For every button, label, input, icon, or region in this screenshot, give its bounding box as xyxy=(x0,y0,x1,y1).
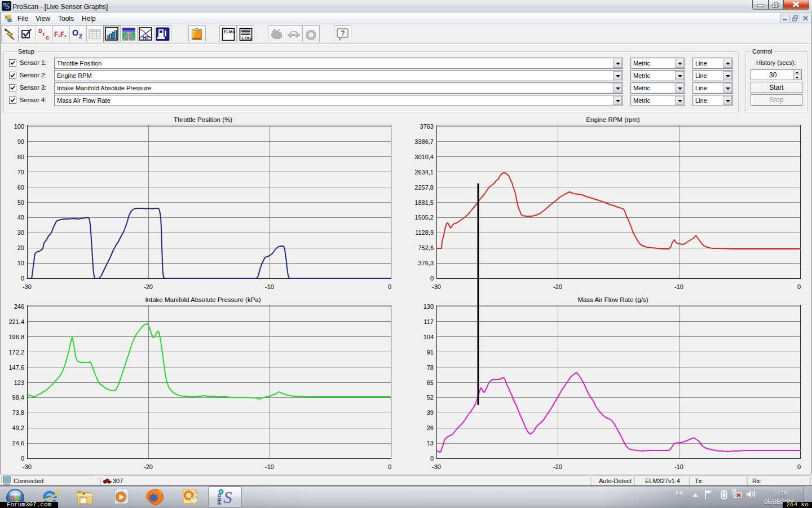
svg-text:Engine RPM (rpm): Engine RPM (rpm) xyxy=(586,116,639,123)
svg-text:50: 50 xyxy=(17,199,24,206)
svg-text:-30: -30 xyxy=(432,463,441,470)
svg-text:PRO: PRO xyxy=(217,493,222,505)
svg-text:98,4: 98,4 xyxy=(12,394,24,401)
svg-text:-20: -20 xyxy=(144,463,153,470)
svg-text:0: 0 xyxy=(797,283,801,290)
svg-text:0: 0 xyxy=(388,463,391,470)
svg-text:20: 20 xyxy=(17,244,24,251)
svg-text:-10: -10 xyxy=(265,463,274,470)
svg-text:3763: 3763 xyxy=(420,123,434,130)
svg-text:73,8: 73,8 xyxy=(12,409,24,416)
svg-text:0: 0 xyxy=(430,455,434,462)
svg-text:-30: -30 xyxy=(23,283,32,290)
svg-text:80: 80 xyxy=(17,154,24,160)
svg-text:13: 13 xyxy=(427,440,434,446)
svg-text:0: 0 xyxy=(430,275,434,282)
svg-text:-30: -30 xyxy=(23,463,32,470)
svg-text:49,2: 49,2 xyxy=(12,424,24,431)
svg-text:130: 130 xyxy=(423,303,434,310)
svg-text:-20: -20 xyxy=(553,283,562,290)
svg-text:376,3: 376,3 xyxy=(418,260,434,266)
svg-text:246: 246 xyxy=(14,303,24,310)
svg-text:123: 123 xyxy=(14,379,24,386)
svg-text:39: 39 xyxy=(427,409,434,416)
svg-text:0: 0 xyxy=(21,275,24,282)
svg-text:1128,9: 1128,9 xyxy=(415,229,434,236)
svg-text:-20: -20 xyxy=(553,463,562,470)
svg-text:100: 100 xyxy=(14,123,24,130)
svg-text:-30: -30 xyxy=(432,283,441,290)
svg-text:65: 65 xyxy=(427,379,434,386)
svg-text:40: 40 xyxy=(17,214,24,221)
svg-text:-10: -10 xyxy=(674,463,683,470)
svg-text:26: 26 xyxy=(427,424,434,431)
svg-text:3386,7: 3386,7 xyxy=(414,138,434,145)
svg-text:24,6: 24,6 xyxy=(12,440,24,446)
svg-text:30: 30 xyxy=(17,229,24,236)
svg-text:Throttle Position (%): Throttle Position (%) xyxy=(174,116,232,123)
svg-text:1881,5: 1881,5 xyxy=(414,199,434,206)
svg-text:S: S xyxy=(224,488,232,506)
svg-text:52: 52 xyxy=(427,394,434,401)
svg-text:2257,8: 2257,8 xyxy=(414,184,434,191)
svg-text:-20: -20 xyxy=(144,283,153,290)
svg-text:91: 91 xyxy=(427,349,434,356)
svg-text:0: 0 xyxy=(797,463,801,470)
svg-text:221,4: 221,4 xyxy=(8,318,24,325)
svg-text:117: 117 xyxy=(423,318,434,325)
svg-text:90: 90 xyxy=(17,138,24,145)
svg-text:752,6: 752,6 xyxy=(418,244,434,251)
svg-text:0: 0 xyxy=(21,455,24,462)
svg-text:172,2: 172,2 xyxy=(8,349,24,356)
svg-text:Mass Air Flow Rate (g/s): Mass Air Flow Rate (g/s) xyxy=(577,296,648,303)
svg-text:2634,1: 2634,1 xyxy=(414,169,434,176)
svg-text:0: 0 xyxy=(388,283,391,290)
svg-text:78: 78 xyxy=(427,364,434,371)
svg-text:10: 10 xyxy=(17,260,24,266)
svg-text:60: 60 xyxy=(17,184,24,191)
svg-text:3010,4: 3010,4 xyxy=(414,154,434,160)
svg-text:-10: -10 xyxy=(265,283,274,290)
svg-text:147,6: 147,6 xyxy=(8,364,24,371)
svg-text:1505,2: 1505,2 xyxy=(414,214,434,221)
svg-text:196,8: 196,8 xyxy=(8,334,24,340)
svg-text:104: 104 xyxy=(423,334,434,340)
svg-text:70: 70 xyxy=(17,169,24,176)
svg-text:Intake Manifold Absolute Press: Intake Manifold Absolute Pressure (kPa) xyxy=(145,296,261,303)
svg-text:-10: -10 xyxy=(674,283,683,290)
